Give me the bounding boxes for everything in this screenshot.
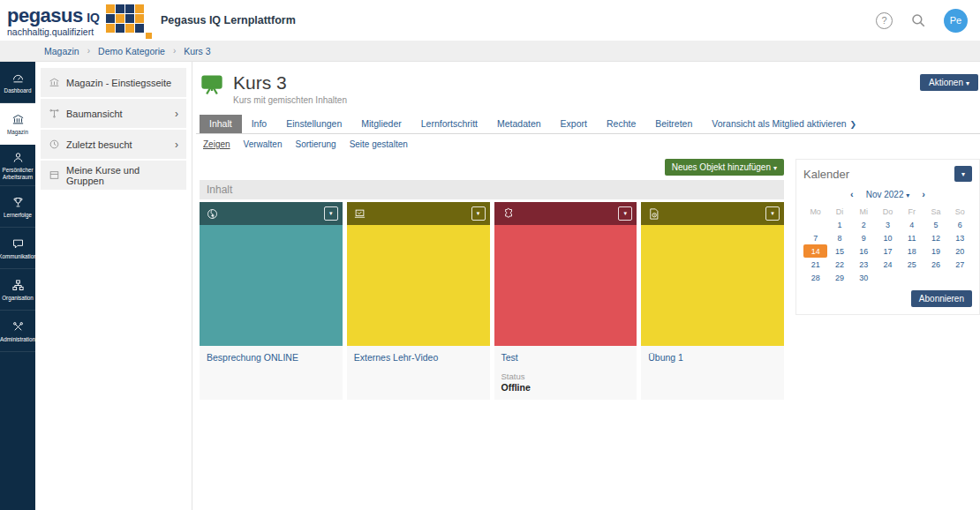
tab-voransicht[interactable]: Voransicht als Mitglied aktivieren❯ xyxy=(702,115,866,133)
status-label: Status xyxy=(501,371,630,381)
breadcrumb-demo-kategorie[interactable]: Demo Kategorie xyxy=(98,46,165,56)
calendar-empty-cell xyxy=(876,271,900,284)
sidebar-item-label: Persönlicher Arbeitsraum xyxy=(1,167,34,181)
subtab-verwalten[interactable]: Verwalten xyxy=(244,139,283,149)
breadcrumb-kurs-3[interactable]: Kurs 3 xyxy=(184,46,210,56)
slate-item-meine-kurse-und-gruppen[interactable]: Meine Kurse und Gruppen xyxy=(41,161,186,190)
actions-button[interactable]: Aktionen▾ xyxy=(920,74,978,91)
card-title-link[interactable]: Besprechung ONLINE xyxy=(207,352,335,363)
subscribe-button[interactable]: Abonnieren xyxy=(911,290,972,307)
calendar-day[interactable]: 10 xyxy=(876,231,900,244)
tab-lernfortschritt[interactable]: Lernfortschritt xyxy=(411,115,487,133)
card-actions-dropdown[interactable]: ▾ xyxy=(765,206,780,221)
calendar-day[interactable]: 26 xyxy=(923,258,947,271)
calendar-day[interactable]: 30 xyxy=(852,271,876,284)
card-image[interactable] xyxy=(641,225,784,346)
calendar-next-button[interactable]: › xyxy=(922,189,925,199)
sidebar-item-label: Kommunikation xyxy=(0,253,37,260)
repository-icon xyxy=(49,77,60,88)
content-section-title: Inhalt xyxy=(200,180,784,199)
caret-down-icon: ▾ xyxy=(773,164,777,172)
calendar-day[interactable]: 22 xyxy=(827,258,851,271)
card-image[interactable] xyxy=(494,225,637,346)
calendar-day[interactable]: 15 xyxy=(827,244,851,258)
calendar-day[interactable]: 18 xyxy=(900,244,923,258)
calendar-day[interactable]: 19 xyxy=(923,244,947,258)
calendar-day[interactable]: 4 xyxy=(900,218,923,231)
calendar-day[interactable]: 2 xyxy=(852,218,876,231)
calendar-weekday: Sa xyxy=(923,205,947,218)
calendar-day[interactable]: 20 xyxy=(948,244,972,258)
tab-einstellungen[interactable]: Einstellungen xyxy=(276,115,351,133)
calendar-day[interactable]: 9 xyxy=(852,231,876,244)
calendar-day[interactable]: 6 xyxy=(948,218,972,231)
chevron-right-icon: ❯ xyxy=(850,120,857,129)
tree-view-icon xyxy=(49,108,60,119)
calendar-weekday: Fr xyxy=(900,205,923,218)
card-image[interactable] xyxy=(200,225,343,346)
sidebar-item-magazin[interactable]: Magazin xyxy=(0,103,35,145)
calendar-day[interactable]: 27 xyxy=(948,258,972,271)
calendar-day[interactable]: 11 xyxy=(900,231,923,244)
course-icon xyxy=(200,72,224,105)
calendar-day[interactable]: 12 xyxy=(923,231,947,244)
card-actions-dropdown[interactable]: ▾ xyxy=(471,206,486,221)
tab-metadaten[interactable]: Metadaten xyxy=(487,115,551,133)
avatar[interactable]: Pe xyxy=(944,9,968,33)
dashboard-icon xyxy=(11,71,25,85)
card-image[interactable] xyxy=(347,225,490,346)
card-title-link[interactable]: Test xyxy=(501,352,630,363)
sidebar-item-label: Dashboard xyxy=(4,87,32,94)
sidebar-item-persoenlicher-arbeitsraum[interactable]: Persönlicher Arbeitsraum xyxy=(0,145,35,186)
sidebar-item-organisation[interactable]: Organisation xyxy=(0,269,35,311)
tab-beitreten[interactable]: Beitreten xyxy=(645,115,702,133)
calendar-day[interactable]: 21 xyxy=(803,258,827,271)
calendar-day[interactable]: 24 xyxy=(876,258,900,271)
calendar-day[interactable]: 3 xyxy=(876,218,900,231)
card-title-link[interactable]: Übung 1 xyxy=(648,352,777,363)
add-object-button[interactable]: Neues Objekt hinzufügen▾ xyxy=(665,159,784,176)
calendar-actions-dropdown[interactable]: ▾ xyxy=(954,166,972,182)
help-icon[interactable]: ? xyxy=(876,12,893,29)
sidebar-item-kommunikation[interactable]: Kommunikation xyxy=(0,228,35,269)
sidebar-item-dashboard[interactable]: Dashboard xyxy=(0,62,35,103)
calendar-day[interactable]: 5 xyxy=(923,218,947,231)
card-actions-dropdown[interactable]: ▾ xyxy=(618,206,632,221)
calendar-day[interactable]: 25 xyxy=(900,258,923,271)
calendar-day[interactable]: 8 xyxy=(827,231,851,244)
repository-icon xyxy=(11,113,25,126)
calendar-day[interactable]: 17 xyxy=(876,244,900,258)
slate-item-baumansicht[interactable]: Baumansicht › xyxy=(41,99,186,128)
calendar-day[interactable]: 7 xyxy=(803,231,827,244)
tab-mitglieder[interactable]: Mitglieder xyxy=(351,115,411,133)
tab-rechte[interactable]: Rechte xyxy=(597,115,645,133)
calendar-month-select[interactable]: Nov 2022 ▾ xyxy=(866,190,910,199)
calendar-day[interactable]: 1 xyxy=(827,218,851,231)
logo[interactable]: pegasus IQ nachhaltig.qualifiziert xyxy=(7,4,148,37)
tab-export[interactable]: Export xyxy=(551,115,597,133)
search-icon[interactable] xyxy=(910,12,926,28)
slate-item-label: Meine Kurse und Gruppen xyxy=(66,165,178,186)
sidebar-item-administration[interactable]: Administration xyxy=(0,311,35,352)
tool-sidebar: Magazin - Einstiegsseite Baumansicht › Z… xyxy=(35,62,192,510)
slate-item-zuletzt-besucht[interactable]: Zuletzt besucht › xyxy=(41,130,186,159)
calendar-day[interactable]: 29 xyxy=(827,271,851,284)
calendar-day[interactable]: 23 xyxy=(852,258,876,271)
tab-inhalt[interactable]: Inhalt xyxy=(200,115,242,133)
calendar-prev-button[interactable]: ‹ xyxy=(850,189,854,199)
breadcrumb-separator: › xyxy=(173,46,176,56)
subtab-zeigen[interactable]: Zeigen xyxy=(203,139,230,149)
calendar-day[interactable]: 14 xyxy=(803,244,827,258)
subtab-sortierung[interactable]: Sortierung xyxy=(296,139,336,149)
sidebar-item-label: Administration xyxy=(0,336,35,343)
calendar-day[interactable]: 28 xyxy=(803,271,827,284)
card-title-link[interactable]: Externes Lehr-Video xyxy=(354,352,483,363)
tab-info[interactable]: Info xyxy=(242,115,277,133)
subtab-seite-gestalten[interactable]: Seite gestalten xyxy=(350,139,408,149)
breadcrumb-magazin[interactable]: Magazin xyxy=(44,46,79,56)
sidebar-item-lernerfolge[interactable]: Lernerfolge xyxy=(0,186,35,228)
card-actions-dropdown[interactable]: ▾ xyxy=(324,206,338,221)
calendar-day[interactable]: 16 xyxy=(852,244,876,258)
slate-item-magazin-einstiegsseite[interactable]: Magazin - Einstiegsseite xyxy=(41,68,186,97)
calendar-day[interactable]: 13 xyxy=(948,231,972,244)
